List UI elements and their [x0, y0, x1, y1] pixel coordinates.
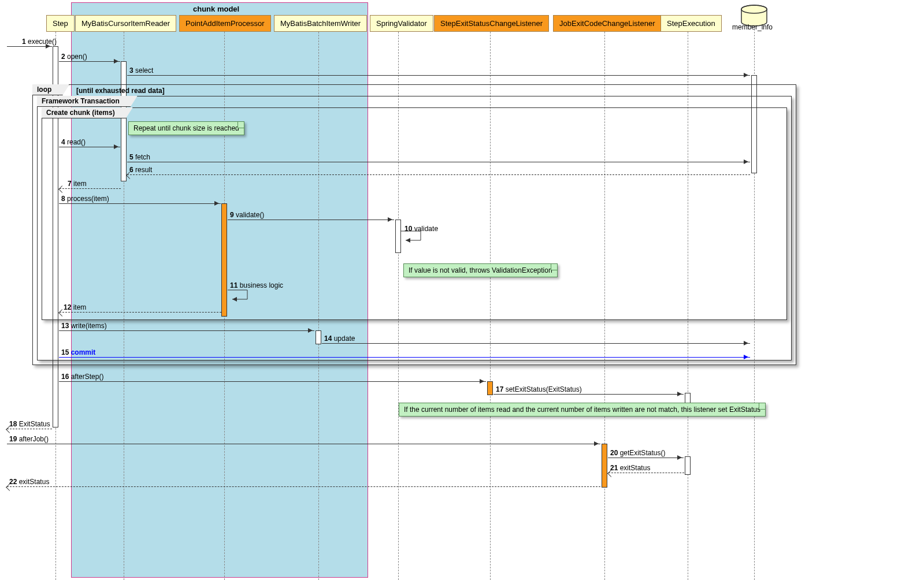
arrow-m13 [59, 330, 314, 331]
arrow-m21 [608, 473, 684, 473]
arrow-m14 [322, 343, 750, 344]
label-m14: 14 update [324, 334, 355, 343]
arrow-m12 [60, 312, 221, 313]
frame-loop-cond: [until exhausted read data] [76, 87, 165, 95]
note-validation: If value is not valid, throws Validation… [403, 263, 558, 277]
label-m21: 21 exitStatus [610, 464, 650, 472]
label-m18: 18 ExitStatus [9, 420, 50, 428]
participant-steplistener-label: StepExitStatusChangeListener [440, 19, 543, 28]
label-m16: 16 afterStep() [61, 373, 103, 381]
frame-chunk [42, 107, 787, 320]
label-m4: 4 read() [61, 138, 86, 146]
arrow-m16 [59, 381, 486, 382]
label-m3: 3 select [129, 66, 153, 75]
db-label: member_info [732, 23, 773, 31]
participant-processor: PointAddItemProcessor [179, 15, 271, 32]
participant-steplistener: StepExitStatusChangeListener [434, 15, 549, 32]
label-m11: 11 business logic [230, 281, 283, 289]
label-m22: 22 exitStatus [9, 478, 49, 486]
arrow-m19 [7, 444, 600, 444]
arrow-m20 [608, 458, 684, 458]
participant-step-label: Step [53, 19, 68, 28]
participant-processor-label: PointAddItemProcessor [185, 19, 265, 28]
arrow-m7 [60, 188, 121, 189]
participant-reader-label: MyBatisCursorItemReader [81, 19, 170, 28]
label-m20: 20 getExitStatus() [610, 449, 665, 457]
arrow-m4 [59, 147, 120, 147]
label-m12: 12 item [64, 303, 86, 311]
label-m7: 7 item [68, 180, 87, 188]
label-m6: 6 result [129, 166, 152, 174]
participant-writer: MyBatisBatchItemWriter [274, 15, 367, 32]
label-m1: 1 execute() [22, 38, 57, 46]
participant-validator-label: SpringValidator [376, 19, 427, 28]
participant-validator: SpringValidator [370, 15, 433, 32]
activation-steplistener [487, 381, 493, 395]
participant-joblistener: JobExitCodeChangeListener [553, 15, 662, 32]
label-m10: 10 validate [405, 225, 438, 233]
chunk-model-title: chunk model [193, 5, 239, 13]
arrow-m22 [7, 486, 600, 487]
label-m9: 9 validate() [230, 211, 264, 219]
participant-stepexec: StepExecution [660, 15, 722, 32]
arrow-m15 [59, 357, 750, 358]
participant-reader: MyBatisCursorItemReader [75, 15, 176, 32]
arrow-m18 [7, 429, 52, 429]
arrow-m8 [59, 203, 221, 204]
activation-joblistener [602, 444, 607, 488]
participant-writer-label: MyBatisBatchItemWriter [280, 19, 361, 28]
note-listener: If the current number of items read and … [399, 403, 766, 417]
arrow-m17 [493, 394, 684, 395]
label-m13: 13 write(items) [61, 322, 107, 330]
frame-chunk-label: Create chunk (items) [42, 107, 133, 118]
label-m19: 19 afterJob() [9, 435, 49, 443]
label-m2: 2 open() [61, 53, 87, 61]
arrow-m1 [7, 46, 52, 47]
label-m17: 17 setExitStatus(ExitStatus) [496, 385, 582, 393]
activation-stepexec-get [685, 456, 691, 475]
label-m8: 8 process(item) [61, 195, 109, 203]
arrow-m6 [127, 174, 750, 175]
arrow-m5 [127, 162, 750, 162]
participant-stepexec-label: StepExecution [667, 19, 715, 28]
note-repeat: Repeat until chunk size is reached [128, 121, 244, 135]
arrow-m9 [228, 220, 394, 220]
participant-step: Step [46, 15, 75, 32]
frame-txn-label: Framework Transaction [37, 96, 138, 107]
participant-joblistener-label: JobExitCodeChangeListener [559, 19, 655, 28]
arrow-m11 [228, 289, 253, 303]
arrow-m3 [127, 75, 750, 76]
arrow-m2 [59, 61, 120, 62]
label-m15: 15 commit [61, 348, 95, 356]
label-m5: 5 fetch [129, 153, 150, 161]
